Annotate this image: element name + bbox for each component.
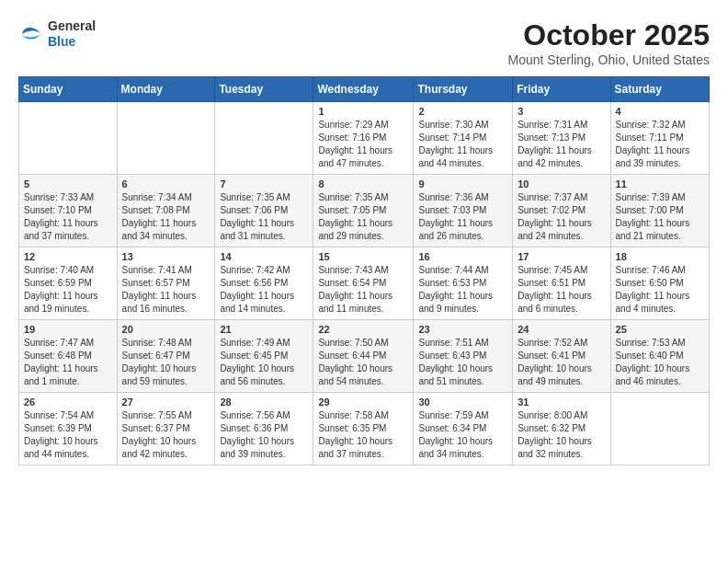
day-cell: 28Sunrise: 7:56 AM Sunset: 6:36 PM Dayli… <box>215 393 313 465</box>
day-number: 1 <box>318 106 408 117</box>
day-cell: 22Sunrise: 7:50 AM Sunset: 6:44 PM Dayli… <box>313 320 414 393</box>
weekday-header-thursday: Thursday <box>414 77 513 102</box>
day-info: Sunrise: 7:40 AM Sunset: 6:59 PM Dayligh… <box>24 264 112 316</box>
svg-rect-0 <box>18 21 44 47</box>
day-cell: 23Sunrise: 7:51 AM Sunset: 6:43 PM Dayli… <box>414 320 513 393</box>
day-cell: 26Sunrise: 7:54 AM Sunset: 6:39 PM Dayli… <box>19 393 118 465</box>
day-cell: 20Sunrise: 7:48 AM Sunset: 6:47 PM Dayli… <box>117 320 215 393</box>
weekday-header-friday: Friday <box>513 77 610 102</box>
day-info: Sunrise: 7:58 AM Sunset: 6:35 PM Dayligh… <box>318 409 408 461</box>
logo-text: General Blue <box>48 18 96 50</box>
day-cell: 21Sunrise: 7:49 AM Sunset: 6:45 PM Dayli… <box>215 320 313 393</box>
week-row-4: 26Sunrise: 7:54 AM Sunset: 6:39 PM Dayli… <box>19 393 710 465</box>
day-number: 17 <box>518 251 605 262</box>
day-cell: 24Sunrise: 7:52 AM Sunset: 6:41 PM Dayli… <box>513 320 610 393</box>
day-number: 9 <box>418 178 507 190</box>
weekday-header-monday: Monday <box>117 77 215 102</box>
day-cell: 9Sunrise: 7:36 AM Sunset: 7:03 PM Daylig… <box>414 175 513 247</box>
day-number: 13 <box>122 251 210 262</box>
day-info: Sunrise: 7:51 AM Sunset: 6:43 PM Dayligh… <box>418 337 507 388</box>
weekday-header-tuesday: Tuesday <box>215 77 313 102</box>
day-number: 3 <box>518 106 605 117</box>
day-info: Sunrise: 7:43 AM Sunset: 6:54 PM Dayligh… <box>318 264 408 316</box>
day-info: Sunrise: 7:54 AM Sunset: 6:39 PM Dayligh… <box>24 409 112 461</box>
day-cell: 19Sunrise: 7:47 AM Sunset: 6:48 PM Dayli… <box>19 320 118 393</box>
day-info: Sunrise: 7:56 AM Sunset: 6:36 PM Dayligh… <box>220 409 308 461</box>
day-number: 6 <box>122 178 210 190</box>
week-row-1: 5Sunrise: 7:33 AM Sunset: 7:10 PM Daylig… <box>19 175 710 247</box>
day-cell: 25Sunrise: 7:53 AM Sunset: 6:40 PM Dayli… <box>610 320 709 393</box>
weekday-header-row: SundayMondayTuesdayWednesdayThursdayFrid… <box>19 77 710 102</box>
day-info: Sunrise: 7:49 AM Sunset: 6:45 PM Dayligh… <box>220 337 308 388</box>
day-info: Sunrise: 7:52 AM Sunset: 6:41 PM Dayligh… <box>518 337 605 388</box>
calendar-table: SundayMondayTuesdayWednesdayThursdayFrid… <box>18 76 710 465</box>
day-info: Sunrise: 7:32 AM Sunset: 7:11 PM Dayligh… <box>616 119 704 170</box>
day-cell: 31Sunrise: 8:00 AM Sunset: 6:32 PM Dayli… <box>513 393 610 465</box>
logo-blue: Blue <box>48 34 96 50</box>
day-info: Sunrise: 7:30 AM Sunset: 7:14 PM Dayligh… <box>418 119 507 170</box>
day-info: Sunrise: 7:33 AM Sunset: 7:10 PM Dayligh… <box>24 191 112 243</box>
day-cell: 15Sunrise: 7:43 AM Sunset: 6:54 PM Dayli… <box>313 247 414 320</box>
day-info: Sunrise: 7:37 AM Sunset: 7:02 PM Dayligh… <box>518 191 605 243</box>
month-title: October 2025 <box>508 18 710 52</box>
logo-icon <box>18 21 44 47</box>
day-cell: 7Sunrise: 7:35 AM Sunset: 7:06 PM Daylig… <box>215 175 313 247</box>
day-info: Sunrise: 8:00 AM Sunset: 6:32 PM Dayligh… <box>518 409 605 461</box>
day-number: 2 <box>418 106 507 117</box>
weekday-header-sunday: Sunday <box>19 77 118 102</box>
day-cell: 12Sunrise: 7:40 AM Sunset: 6:59 PM Dayli… <box>19 247 118 320</box>
day-cell: 13Sunrise: 7:41 AM Sunset: 6:57 PM Dayli… <box>117 247 215 320</box>
day-info: Sunrise: 7:44 AM Sunset: 6:53 PM Dayligh… <box>418 264 507 316</box>
day-info: Sunrise: 7:48 AM Sunset: 6:47 PM Dayligh… <box>122 337 210 388</box>
day-number: 31 <box>518 396 605 408</box>
day-cell <box>610 393 709 465</box>
day-cell <box>19 102 118 175</box>
day-number: 8 <box>318 178 408 190</box>
day-number: 29 <box>318 396 408 408</box>
day-number: 30 <box>418 396 507 408</box>
day-cell: 18Sunrise: 7:46 AM Sunset: 6:50 PM Dayli… <box>610 247 709 320</box>
day-info: Sunrise: 7:53 AM Sunset: 6:40 PM Dayligh… <box>616 337 704 388</box>
location: Mount Sterling, Ohio, United States <box>508 52 710 67</box>
day-info: Sunrise: 7:50 AM Sunset: 6:44 PM Dayligh… <box>318 337 408 388</box>
day-cell: 27Sunrise: 7:55 AM Sunset: 6:37 PM Dayli… <box>117 393 215 465</box>
day-number: 24 <box>518 324 605 335</box>
day-cell: 14Sunrise: 7:42 AM Sunset: 6:56 PM Dayli… <box>215 247 313 320</box>
day-number: 18 <box>616 251 704 262</box>
day-info: Sunrise: 7:29 AM Sunset: 7:16 PM Dayligh… <box>318 119 408 170</box>
day-number: 4 <box>616 106 704 117</box>
day-number: 11 <box>616 178 704 190</box>
day-number: 28 <box>220 396 308 408</box>
day-cell: 17Sunrise: 7:45 AM Sunset: 6:51 PM Dayli… <box>513 247 610 320</box>
day-number: 22 <box>318 324 408 335</box>
day-number: 14 <box>220 251 308 262</box>
day-info: Sunrise: 7:35 AM Sunset: 7:05 PM Dayligh… <box>318 191 408 243</box>
day-cell: 29Sunrise: 7:58 AM Sunset: 6:35 PM Dayli… <box>313 393 414 465</box>
day-info: Sunrise: 7:41 AM Sunset: 6:57 PM Dayligh… <box>122 264 210 316</box>
day-number: 15 <box>318 251 408 262</box>
title-block: October 2025 Mount Sterling, Ohio, Unite… <box>508 18 710 67</box>
logo: General Blue <box>18 18 96 50</box>
day-info: Sunrise: 7:36 AM Sunset: 7:03 PM Dayligh… <box>418 191 507 243</box>
page-header: General Blue October 2025 Mount Sterling… <box>18 18 710 67</box>
weekday-header-wednesday: Wednesday <box>313 77 414 102</box>
day-number: 20 <box>122 324 210 335</box>
day-cell: 16Sunrise: 7:44 AM Sunset: 6:53 PM Dayli… <box>414 247 513 320</box>
day-info: Sunrise: 7:55 AM Sunset: 6:37 PM Dayligh… <box>122 409 210 461</box>
day-number: 5 <box>24 178 112 190</box>
week-row-3: 19Sunrise: 7:47 AM Sunset: 6:48 PM Dayli… <box>19 320 710 393</box>
day-number: 7 <box>220 178 308 190</box>
day-cell <box>117 102 215 175</box>
day-cell: 4Sunrise: 7:32 AM Sunset: 7:11 PM Daylig… <box>610 102 709 175</box>
logo-general: General <box>48 18 96 34</box>
day-info: Sunrise: 7:59 AM Sunset: 6:34 PM Dayligh… <box>418 409 507 461</box>
day-cell: 1Sunrise: 7:29 AM Sunset: 7:16 PM Daylig… <box>313 102 414 175</box>
week-row-2: 12Sunrise: 7:40 AM Sunset: 6:59 PM Dayli… <box>19 247 710 320</box>
day-cell: 2Sunrise: 7:30 AM Sunset: 7:14 PM Daylig… <box>414 102 513 175</box>
day-cell <box>215 102 313 175</box>
day-number: 23 <box>418 324 507 335</box>
weekday-header-saturday: Saturday <box>610 77 709 102</box>
day-info: Sunrise: 7:46 AM Sunset: 6:50 PM Dayligh… <box>616 264 704 316</box>
day-info: Sunrise: 7:34 AM Sunset: 7:08 PM Dayligh… <box>122 191 210 243</box>
day-number: 26 <box>24 396 112 408</box>
